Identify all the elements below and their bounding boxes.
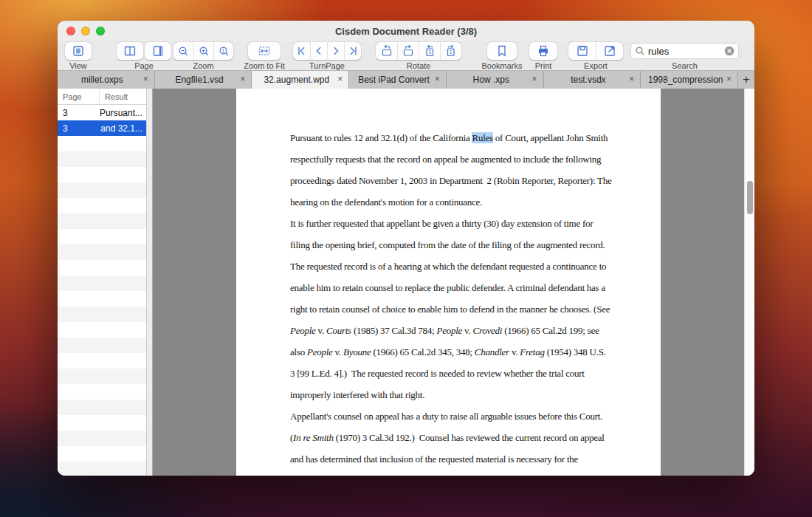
empty-row (58, 229, 146, 244)
rotate-left-button[interactable] (376, 42, 397, 60)
document-line: hearing on the defendant's motion for a … (290, 191, 608, 213)
tab-1998_compression[interactable]: 1998_compression× (641, 71, 738, 89)
view-button[interactable] (65, 42, 92, 60)
tab-bar: millet.oxps×Engfile1.vsd×32.augment.wpd×… (58, 71, 754, 89)
empty-row (58, 244, 146, 260)
vertical-scrollbar[interactable] (744, 89, 754, 476)
scrollbar-thumb[interactable] (747, 181, 753, 214)
last-page-button[interactable] (344, 42, 361, 60)
export-save-button[interactable] (568, 42, 596, 60)
toolbar-group-print: Print (529, 41, 557, 71)
printer-icon (537, 44, 550, 58)
zoom-out-button[interactable] (173, 42, 193, 60)
previous-page-icon (313, 45, 325, 57)
document-line: enable him to retain counsel to replace … (290, 277, 608, 298)
toolbar-label-search: Search (672, 61, 698, 70)
empty-row (58, 369, 146, 384)
search-icon (635, 46, 645, 56)
document-line: filing the opening brief, computed from … (290, 234, 608, 256)
toolbar-label-page: Page (134, 61, 154, 70)
save-icon (576, 44, 589, 58)
document-page: Pursuant to rules 12 and 32.1(d) of the … (236, 89, 661, 476)
tab-millet.oxps[interactable]: millet.oxps× (58, 71, 155, 89)
zoom-window-button[interactable] (96, 27, 105, 35)
first-page-button[interactable] (293, 42, 310, 60)
column-header-page[interactable]: Page (58, 89, 100, 104)
zoom-to-fit-icon (258, 44, 271, 58)
svg-text:1: 1 (450, 49, 453, 55)
clear-icon[interactable] (724, 46, 734, 56)
document-area: Pursuant to rules 12 and 32.1(d) of the … (153, 89, 744, 476)
single-page-icon (151, 44, 165, 58)
empty-row (58, 322, 146, 338)
facing-pages-icon (123, 44, 137, 58)
tab-label: How .xps (473, 75, 509, 85)
document-line: People v. Courts (1985) 37 Cal.3d 784; P… (290, 320, 608, 341)
tab-label: Engfile1.vsd (175, 75, 223, 85)
column-header-result[interactable]: Result (100, 89, 146, 104)
tab-close-icon[interactable]: × (433, 75, 442, 84)
tab-32.augment.wpd[interactable]: 32.augment.wpd× (252, 71, 349, 89)
toolbar-group-view: View (65, 41, 92, 71)
toolbar-group-bookmarks: Bookmarks (487, 41, 517, 71)
tab-close-icon[interactable]: × (238, 75, 247, 84)
empty-row (58, 446, 146, 462)
result-row[interactable]: 3Pursuant... (58, 105, 146, 120)
bookmarks-button[interactable] (487, 42, 517, 60)
facing-pages-button[interactable] (117, 42, 143, 60)
sidebar-results: 3Pursuant...3and 32.1... (58, 105, 146, 476)
tab-test.vsdx[interactable]: test.vsdx× (544, 71, 641, 89)
tab-close-icon[interactable]: × (141, 75, 151, 84)
tab-close-icon[interactable]: × (530, 75, 540, 84)
empty-row (58, 136, 146, 151)
sidebar-divider[interactable] (146, 89, 153, 476)
toolbar-label-zoom: Zoom (193, 61, 213, 70)
empty-row (58, 260, 146, 275)
tab-Engfile1.vsd[interactable]: Engfile1.vsd× (155, 71, 252, 89)
print-button[interactable] (529, 42, 557, 60)
search-results-sidebar: Page Result 3Pursuant...3and 32.1... (58, 89, 146, 476)
new-tab-button[interactable]: + (738, 71, 754, 89)
rotate-right-one-button[interactable]: 1 (440, 42, 461, 60)
zoom-actual-size-icon: 1 (218, 45, 230, 58)
rotate-left-icon (380, 44, 393, 58)
tab-Best iPad Convert[interactable]: Best iPad Convert× (349, 71, 447, 89)
document-line: (In re Smith (1970) 3 Cal.3d 192.) Couns… (290, 427, 608, 448)
empty-row (58, 198, 146, 213)
toolbar-label-view: View (69, 61, 87, 70)
traffic-lights (66, 27, 105, 35)
empty-row (58, 462, 146, 476)
zoom-to-fit-button[interactable] (248, 42, 281, 60)
empty-row (58, 151, 146, 167)
empty-row (58, 415, 146, 431)
empty-row (58, 400, 146, 415)
title-bar[interactable]: Cisdem Document Reader (3/8) (58, 21, 754, 41)
toolbar-group-page: Page (117, 41, 171, 71)
tab-close-icon[interactable]: × (627, 75, 636, 84)
single-page-button[interactable] (145, 42, 171, 60)
close-window-button[interactable] (66, 27, 75, 35)
empty-row (58, 384, 146, 400)
tab-close-icon[interactable]: × (335, 75, 345, 84)
zoom-in-button[interactable] (193, 42, 213, 60)
zoom-actual-size-button[interactable]: 1 (213, 42, 233, 60)
rotate-left-one-button[interactable]: 1 (419, 42, 440, 60)
result-row[interactable]: 3and 32.1... (58, 120, 146, 136)
results-header: Page Result (58, 89, 146, 105)
tab-How .xps[interactable]: How .xps× (447, 71, 544, 89)
next-page-button[interactable] (327, 42, 344, 60)
empty-row (58, 291, 146, 307)
tab-close-icon[interactable]: × (724, 75, 734, 84)
export-share-button[interactable] (596, 42, 623, 60)
toolbar-group-zoom: 1 Zoom (173, 41, 233, 71)
zoom-out-icon (177, 45, 190, 58)
minimize-window-button[interactable] (81, 27, 90, 35)
first-page-icon (296, 45, 308, 57)
previous-page-button[interactable] (310, 42, 327, 60)
toolbar-label-bookmarks: Bookmarks (481, 61, 522, 70)
toolbar-group-zoom-to-fit: Zoom to Fit (248, 41, 281, 71)
search-field[interactable] (630, 43, 739, 59)
document-line: also People v. Byoune (1966) 65 Cal.2d 3… (290, 341, 608, 363)
rotate-right-button[interactable] (397, 42, 419, 60)
search-input[interactable] (645, 46, 724, 57)
